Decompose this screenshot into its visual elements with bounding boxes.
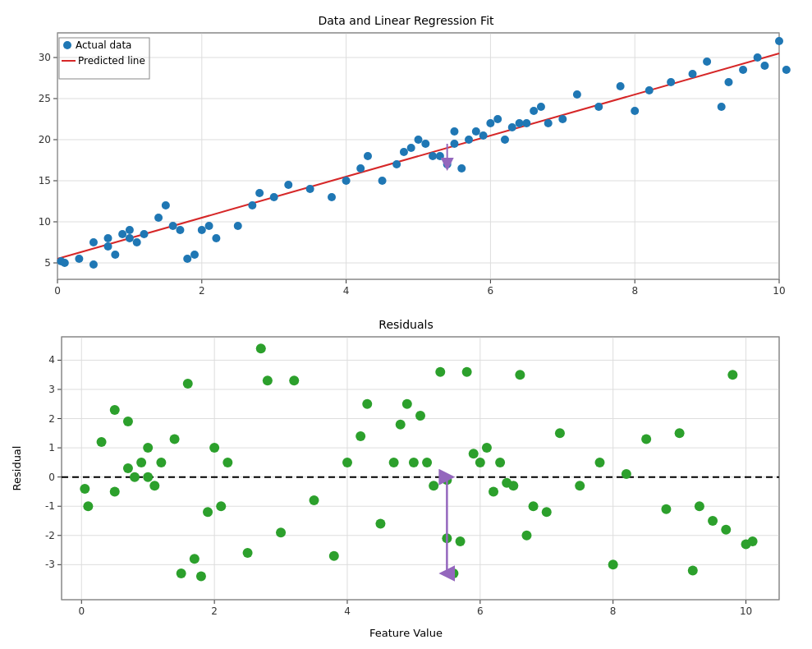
svg-point-182: [190, 554, 200, 564]
svg-point-93: [530, 107, 538, 115]
svg-point-57: [183, 255, 191, 263]
svg-point-66: [284, 181, 292, 189]
svg-point-219: [515, 370, 525, 380]
svg-text:5: 5: [44, 257, 51, 269]
svg-point-101: [645, 86, 654, 94]
svg-point-213: [475, 458, 485, 467]
svg-point-96: [558, 115, 567, 123]
svg-point-202: [409, 458, 419, 467]
svg-point-184: [203, 507, 213, 517]
svg-point-97: [573, 90, 581, 99]
svg-point-104: [703, 58, 711, 66]
svg-point-87: [486, 119, 494, 127]
svg-point-211: [462, 367, 472, 377]
svg-point-234: [721, 525, 731, 535]
svg-point-198: [375, 519, 385, 529]
svg-point-204: [422, 458, 432, 467]
svg-point-64: [255, 189, 264, 197]
svg-point-44: [89, 238, 98, 246]
svg-text:3: 3: [48, 384, 55, 395]
svg-point-167: [83, 501, 93, 511]
svg-text:Residuals: Residuals: [378, 318, 433, 331]
bottom-chart-panel: 0246810-3-2-101234ResidualsFeature Value…: [8, 312, 804, 641]
svg-point-110: [775, 37, 783, 45]
svg-point-168: [97, 437, 107, 447]
svg-text:0: 0: [48, 472, 55, 483]
svg-point-226: [608, 559, 618, 569]
svg-point-215: [489, 486, 498, 496]
svg-point-170: [110, 405, 120, 415]
svg-point-49: [126, 226, 134, 234]
svg-point-72: [378, 177, 387, 185]
svg-point-111: [782, 66, 791, 74]
svg-point-232: [695, 501, 704, 511]
svg-text:-2: -2: [45, 530, 55, 541]
svg-point-63: [248, 201, 256, 209]
chart-container: 024681051015202530Data and Linear Regres…: [0, 0, 812, 649]
svg-point-177: [149, 481, 159, 490]
svg-text:6: 6: [477, 605, 484, 617]
svg-point-206: [435, 367, 445, 377]
svg-point-89: [501, 136, 509, 144]
svg-point-69: [342, 177, 351, 185]
svg-text:4: 4: [48, 354, 55, 366]
svg-point-166: [80, 484, 89, 494]
svg-point-237: [748, 536, 758, 546]
svg-rect-121: [62, 337, 779, 600]
svg-point-42: [75, 255, 83, 263]
svg-point-176: [143, 472, 153, 482]
svg-point-65: [270, 193, 278, 201]
svg-text:6: 6: [488, 285, 494, 297]
svg-point-223: [555, 428, 565, 438]
svg-point-45: [104, 242, 112, 251]
svg-point-171: [123, 463, 133, 473]
svg-point-179: [170, 434, 180, 444]
svg-text:Residual: Residual: [11, 446, 23, 491]
svg-point-172: [123, 417, 133, 426]
svg-point-175: [143, 443, 153, 453]
svg-text:10: 10: [39, 216, 51, 228]
svg-point-102: [667, 78, 675, 86]
svg-point-82: [450, 127, 458, 136]
svg-point-70: [356, 164, 365, 173]
svg-point-103: [689, 70, 697, 78]
svg-point-220: [521, 531, 531, 541]
svg-point-98: [594, 103, 603, 111]
svg-text:2: 2: [48, 413, 55, 425]
svg-point-221: [529, 501, 539, 511]
svg-point-90: [508, 123, 516, 131]
svg-text:4: 4: [343, 285, 350, 297]
svg-point-181: [183, 379, 193, 389]
svg-text:Predicted line: Predicted line: [78, 55, 145, 67]
svg-point-94: [537, 103, 545, 111]
svg-point-107: [739, 66, 747, 74]
svg-point-105: [718, 103, 726, 111]
svg-point-210: [456, 536, 466, 546]
svg-text:10: 10: [740, 605, 752, 617]
svg-point-58: [190, 251, 199, 259]
svg-point-79: [436, 152, 444, 160]
svg-point-189: [256, 343, 266, 353]
svg-point-59: [198, 226, 206, 234]
svg-text:8: 8: [610, 605, 617, 617]
svg-point-214: [482, 443, 492, 453]
svg-point-95: [544, 119, 553, 127]
svg-point-85: [472, 127, 480, 136]
svg-point-54: [162, 201, 170, 209]
svg-point-200: [396, 420, 406, 430]
svg-point-218: [508, 481, 518, 490]
svg-point-99: [617, 82, 625, 90]
bottom-chart-svg: 0246810-3-2-101234ResidualsFeature Value…: [8, 312, 804, 641]
svg-point-71: [364, 152, 372, 160]
svg-text:30: 30: [39, 52, 51, 63]
svg-text:-1: -1: [45, 500, 55, 512]
svg-point-229: [661, 504, 671, 514]
svg-point-84: [465, 136, 473, 144]
svg-point-180: [177, 568, 186, 578]
svg-point-75: [407, 144, 415, 152]
svg-point-188: [243, 548, 253, 558]
svg-point-109: [760, 62, 768, 70]
svg-point-224: [575, 481, 585, 490]
svg-point-53: [154, 214, 163, 222]
svg-text:-3: -3: [45, 559, 55, 570]
